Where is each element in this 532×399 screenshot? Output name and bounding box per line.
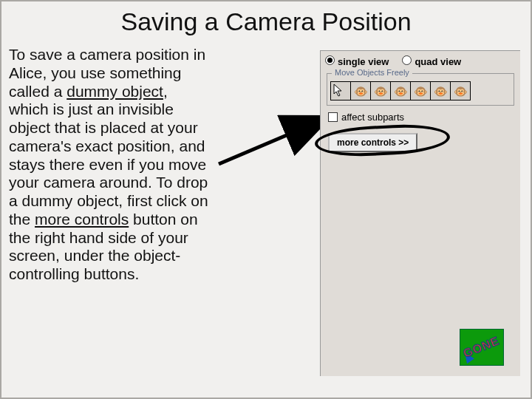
body-text: To save a camera position in Alice, you … xyxy=(9,46,208,284)
gone-label: GONE xyxy=(462,334,502,361)
more-controls-wrap: more controls >> xyxy=(328,133,513,152)
monkey-icon: 🐵 xyxy=(414,86,428,97)
tool-7[interactable]: 🐵 xyxy=(450,81,471,100)
monkey-icon: 🐵 xyxy=(354,86,368,97)
tool-5[interactable]: 🐵 xyxy=(410,81,430,100)
tool-6[interactable]: 🐵 xyxy=(430,81,450,100)
body-t3: , which is just an invisible object that… xyxy=(9,83,208,228)
tool-3[interactable]: 🐵 xyxy=(370,81,390,100)
monkey-icon: 🐵 xyxy=(374,86,388,97)
svg-line-0 xyxy=(219,118,327,164)
slide-title: Saving a Camera Position xyxy=(1,1,531,39)
monkey-icon: 🐵 xyxy=(394,86,408,97)
single-view-option[interactable]: single view xyxy=(325,55,389,67)
checkbox-icon xyxy=(328,112,338,122)
gone-badge[interactable]: GONE xyxy=(460,329,504,366)
monkey-icon: 🐵 xyxy=(434,86,448,97)
single-view-label: single view xyxy=(338,56,389,67)
radio-selected-icon xyxy=(325,55,335,65)
move-objects-title: Move Objects Freely xyxy=(332,68,412,77)
alice-panel: single view quad view Move Objects Freel… xyxy=(320,50,520,376)
radio-icon xyxy=(402,55,412,65)
tool-select[interactable] xyxy=(330,81,350,100)
tool-row: 🐵 🐵 🐵 🐵 🐵 🐵 xyxy=(330,81,511,100)
quad-view-option[interactable]: quad view xyxy=(402,55,461,67)
affect-subparts[interactable]: affect subparts xyxy=(328,112,513,123)
affect-subparts-label: affect subparts xyxy=(341,112,404,123)
tool-2[interactable]: 🐵 xyxy=(350,81,370,100)
cursor-icon xyxy=(331,82,350,100)
body-emph-dummy: dummy object xyxy=(66,83,163,100)
move-objects-group: Move Objects Freely 🐵 🐵 🐵 🐵 🐵 🐵 xyxy=(327,73,514,106)
tool-4[interactable]: 🐵 xyxy=(390,81,410,100)
body-emph-more: more controls xyxy=(35,211,129,228)
more-controls-button[interactable]: more controls >> xyxy=(328,133,417,152)
monkey-icon: 🐵 xyxy=(454,86,468,97)
quad-view-label: quad view xyxy=(415,56,461,67)
